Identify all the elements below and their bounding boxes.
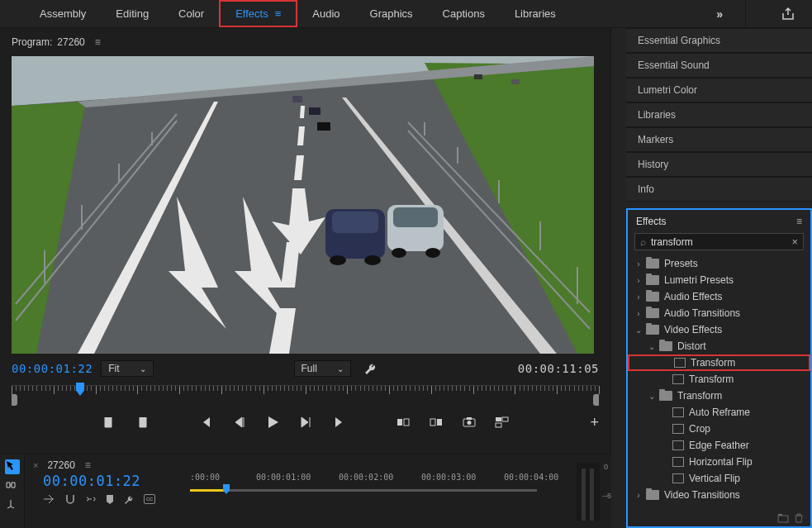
linked-selection-icon[interactable]	[84, 494, 96, 504]
effects-folder[interactable]: ›Video Transitions	[628, 487, 810, 503]
program-menu-icon[interactable]: ≡	[95, 36, 101, 48]
effects-folder[interactable]: ›Presets	[628, 255, 810, 272]
panel-tab-lumetri-color[interactable]: Lumetri Color	[626, 78, 812, 102]
timeline-menu-icon[interactable]: ≡	[85, 459, 91, 471]
workspace-tab-bar: Assembly Editing Color Effects ≡ Audio G…	[0, 0, 812, 28]
snap-icon[interactable]	[64, 494, 74, 504]
tab-effects[interactable]: Effects ≡	[219, 0, 297, 27]
effects-item[interactable]: Crop	[628, 421, 810, 437]
share-icon[interactable]	[781, 7, 795, 21]
comparison-view-button[interactable]	[493, 413, 511, 431]
tab-libraries[interactable]: Libraries	[500, 0, 571, 27]
effects-panel: Effects ≡ ⌕ × ›Presets›Lumetri Presets›A…	[626, 208, 812, 528]
effects-folder[interactable]: ›Lumetri Presets	[628, 272, 810, 288]
panel-tab-essential-sound[interactable]: Essential Sound	[626, 53, 812, 78]
lift-button[interactable]	[394, 413, 412, 431]
svg-point-19	[364, 255, 381, 265]
tree-item-label: Transform	[691, 357, 735, 369]
effects-item[interactable]: Horizontal Flip	[628, 454, 810, 470]
tree-item-label: Auto Reframe	[689, 407, 750, 418]
mark-in-button[interactable]	[100, 413, 118, 431]
program-viewer[interactable]	[12, 56, 594, 354]
settings-icon[interactable]	[364, 362, 378, 375]
go-to-out-button[interactable]	[330, 413, 348, 431]
svg-rect-17	[332, 212, 378, 233]
effects-item[interactable]: Vertical Flip	[628, 470, 810, 487]
export-frame-button[interactable]	[460, 413, 478, 431]
effects-item[interactable]: Auto Reframe	[628, 404, 810, 421]
overflow-icon[interactable]: »	[716, 7, 723, 21]
mark-out-button[interactable]	[133, 413, 151, 431]
marker-icon[interactable]	[106, 494, 114, 504]
new-bin-icon[interactable]	[777, 513, 789, 523]
step-fwd-button[interactable]	[297, 413, 315, 431]
tree-item-label: Video Transitions	[664, 489, 740, 501]
panel-tab-libraries[interactable]: Libraries	[626, 102, 812, 127]
timeline-settings-icon[interactable]	[124, 494, 134, 504]
effects-panel-menu-icon[interactable]: ≡	[796, 216, 802, 227]
effects-item[interactable]: Transform	[628, 371, 810, 388]
panel-tab-essential-graphics[interactable]: Essential Graphics	[626, 28, 812, 53]
tab-captions[interactable]: Captions	[428, 0, 500, 27]
divider	[745, 0, 746, 28]
effects-folder[interactable]: ⌄Video Effects	[628, 321, 810, 338]
clear-search-icon[interactable]: ×	[791, 235, 798, 248]
timeline-ruler[interactable]: :00:00 00:00:01:00 00:00:02:00 00:00:03:…	[190, 473, 553, 489]
program-scrubber[interactable]	[12, 385, 599, 408]
tab-editing[interactable]: Editing	[101, 0, 164, 27]
tree-item-label: Transform	[677, 390, 722, 402]
effects-folder[interactable]: ⌄Transform	[628, 388, 810, 404]
delete-icon[interactable]	[794, 513, 804, 523]
expand-icon[interactable]: ›	[634, 276, 643, 285]
expand-icon[interactable]: ⌄	[648, 392, 656, 401]
outpoint-handle[interactable]	[593, 394, 599, 406]
effects-folder[interactable]: ›Audio Transitions	[628, 305, 810, 321]
transport-bar: +	[0, 408, 610, 436]
expand-icon[interactable]: ⌄	[648, 342, 656, 351]
ripple-tool[interactable]	[5, 479, 20, 494]
tab-assembly[interactable]: Assembly	[25, 0, 101, 27]
tab-graphics[interactable]: Graphics	[355, 0, 428, 27]
panel-tab-markers[interactable]: Markers	[626, 127, 812, 152]
timeline-playhead[interactable]	[223, 484, 230, 494]
effects-folder[interactable]: ⌄Distort	[628, 338, 810, 354]
effects-folder[interactable]: ›Audio Effects	[628, 288, 810, 305]
insert-mode-icon[interactable]	[43, 494, 55, 504]
extract-button[interactable]	[427, 413, 445, 431]
inpoint-handle[interactable]	[12, 394, 17, 406]
preset-icon	[672, 407, 684, 417]
effects-search-input[interactable]	[651, 236, 786, 248]
selection-tool[interactable]	[5, 459, 20, 474]
tab-audio[interactable]: Audio	[297, 0, 354, 27]
expand-icon[interactable]: ›	[634, 259, 643, 269]
play-button[interactable]	[264, 413, 282, 431]
tab-color[interactable]: Color	[164, 0, 219, 27]
go-to-in-button[interactable]	[197, 413, 216, 431]
expand-icon[interactable]: ›	[634, 309, 643, 318]
expand-icon[interactable]: ›	[634, 293, 643, 302]
button-editor-icon[interactable]: +	[590, 414, 599, 431]
current-timecode[interactable]: 00:00:01:22	[12, 362, 93, 375]
duration-timecode: 00:00:11:05	[518, 362, 599, 375]
expand-icon[interactable]: ›	[634, 491, 643, 500]
preset-icon	[672, 424, 684, 434]
effects-item[interactable]: Edge Feather	[628, 437, 810, 454]
step-back-button[interactable]	[230, 413, 249, 431]
tree-item-label: Distort	[677, 340, 706, 352]
close-icon[interactable]: ×	[33, 460, 38, 470]
effects-search-box[interactable]: ⌕ ×	[634, 233, 804, 250]
timeline-scrollbar[interactable]	[190, 489, 537, 492]
panel-tab-history[interactable]: History	[626, 152, 812, 177]
folder-icon	[646, 292, 659, 302]
effects-item[interactable]: Transform	[628, 354, 810, 371]
tool-palette	[0, 454, 25, 528]
tab-menu-icon[interactable]: ≡	[275, 7, 282, 20]
panel-tab-info[interactable]: Info	[626, 177, 812, 202]
svg-rect-27	[474, 74, 482, 79]
expand-icon[interactable]: ⌄	[634, 326, 643, 335]
timeline-timecode[interactable]: 00:00:01:22	[43, 473, 140, 489]
razor-tool[interactable]	[5, 499, 20, 514]
cc-icon[interactable]: cc	[144, 494, 155, 504]
quality-dropdown[interactable]: Full	[294, 360, 351, 377]
zoom-dropdown[interactable]: Fit	[101, 360, 153, 377]
